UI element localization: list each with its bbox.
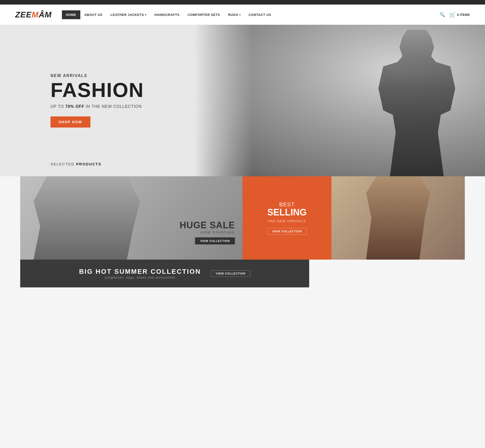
main-nav: HOME ABOUT US LEATHER JACKETS ▾ HANDICRA… bbox=[62, 10, 440, 19]
chevron-down-icon: ▾ bbox=[145, 13, 147, 16]
chevron-down-icon: ▾ bbox=[239, 13, 241, 16]
logo-text: ZEEMÂM bbox=[15, 10, 52, 19]
summer-view-collection-button[interactable]: VIEW COLLECTION bbox=[211, 270, 250, 277]
top-bar bbox=[0, 0, 485, 5]
hero-content: NEW ARRIVALS FASHION UP TO 70% OFF IN TH… bbox=[0, 73, 144, 128]
search-icon[interactable]: 🔍 bbox=[440, 12, 445, 17]
promo-left-content: HUGE SALE NOW STARTING VIEW COLLECTION bbox=[180, 220, 235, 244]
header-icons: 🔍 🛒 0 ITEMS bbox=[440, 12, 470, 18]
now-starting-label: NOW STARTING bbox=[180, 231, 235, 234]
summer-title: BIG HOT SUMMER COLLECTION bbox=[79, 268, 201, 276]
hero-desc-prefix: UP TO bbox=[51, 104, 65, 109]
hero-title: FASHION bbox=[51, 80, 144, 100]
promo-middle-banner: BEST SELLING and NEW ARRIVALS VIEW COLLE… bbox=[243, 176, 331, 260]
nav-item-rugs[interactable]: RUGS ▾ bbox=[224, 10, 245, 19]
hero-selected-bold: PRODUCTS bbox=[76, 162, 101, 166]
summer-content: BIG HOT SUMMER COLLECTION sunglasses, ba… bbox=[79, 268, 201, 279]
header: ZEEMÂM HOME ABOUT US LEATHER JACKETS ▾ H… bbox=[0, 5, 485, 25]
nav-item-about[interactable]: ABOUT US bbox=[80, 10, 107, 19]
hero-desc-bold: 70% OFF bbox=[65, 104, 84, 109]
nav-item-leather-jackets[interactable]: LEATHER JACKETS ▾ bbox=[107, 10, 151, 19]
best-selling-view-collection-button[interactable]: VIEW COLLECTION bbox=[267, 228, 307, 235]
nav-item-handicrafts[interactable]: HANDICRAFTS bbox=[150, 10, 183, 19]
hero-subtitle: NEW ARRIVALS bbox=[51, 73, 144, 78]
promo-left-person bbox=[20, 176, 154, 260]
shop-now-button[interactable]: SHOP NOW bbox=[51, 116, 90, 128]
new-arrivals-sub-label: and NEW ARRIVALS bbox=[268, 219, 306, 223]
promo-left-banner: HUGE SALE NOW STARTING VIEW COLLECTION bbox=[20, 176, 243, 260]
selling-label: SELLING bbox=[267, 208, 307, 217]
nav-item-contact[interactable]: CONTACT US bbox=[245, 10, 275, 19]
nav-item-home[interactable]: HOME bbox=[62, 10, 80, 19]
cart-button[interactable]: 🛒 0 ITEMS bbox=[449, 12, 470, 18]
logo[interactable]: ZEEMÂM bbox=[15, 10, 52, 19]
hero-description: UP TO 70% OFF IN THE NEW COLLECTION bbox=[51, 104, 144, 109]
hero-section: NEW ARRIVALS FASHION UP TO 70% OFF IN TH… bbox=[0, 25, 485, 176]
cart-items-label: 0 ITEMS bbox=[457, 13, 470, 17]
hero-selected-products: SELECTED PRODUCTS bbox=[51, 162, 102, 166]
hero-desc-suffix: IN THE NEW COLLECTION bbox=[84, 104, 142, 109]
huge-sale-label: HUGE SALE bbox=[180, 220, 235, 231]
cart-icon: 🛒 bbox=[449, 12, 455, 18]
summer-section: BIG HOT SUMMER COLLECTION sunglasses, ba… bbox=[20, 260, 465, 287]
promo-right-person bbox=[345, 176, 451, 260]
promo-section: HUGE SALE NOW STARTING VIEW COLLECTION B… bbox=[20, 176, 465, 260]
hero-selected-prefix: SELECTED bbox=[51, 162, 76, 166]
summer-banner: BIG HOT SUMMER COLLECTION sunglasses, ba… bbox=[20, 260, 309, 287]
nav-item-comforter-sets[interactable]: COMFORTER SETS bbox=[184, 10, 224, 19]
summer-subtitle: sunglasses, bags, shoes and accessories bbox=[79, 276, 201, 279]
promo-right-banner bbox=[331, 176, 465, 260]
huge-sale-view-collection-button[interactable]: VIEW COLLECTION bbox=[195, 237, 235, 244]
